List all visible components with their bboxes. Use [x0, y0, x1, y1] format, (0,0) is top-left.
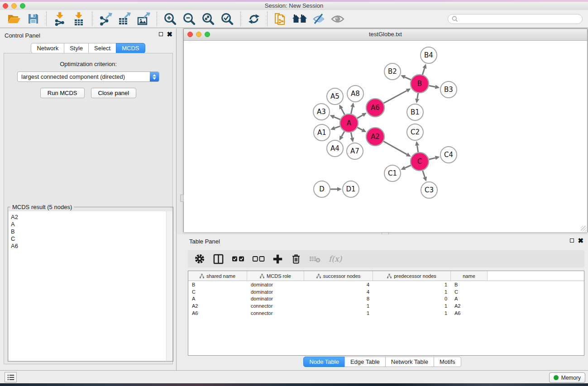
table-cell[interactable]: A2: [188, 303, 247, 309]
table-row[interactable]: Bdominator41B: [188, 281, 584, 288]
show-graphics-details-icon[interactable]: [328, 11, 347, 27]
table-cell[interactable]: 1: [373, 303, 451, 309]
graph-edge-A-A8[interactable]: [351, 107, 352, 114]
close-panel-button[interactable]: Close panel: [91, 88, 137, 98]
scrollbar[interactable]: [166, 211, 172, 361]
table-cell[interactable]: connector: [247, 303, 304, 309]
export-image-icon[interactable]: [134, 11, 153, 27]
graph-edge-C-C2[interactable]: [417, 146, 418, 152]
tab-network-table[interactable]: Network Table: [385, 357, 434, 367]
unselect-all-columns-icon[interactable]: [252, 256, 265, 262]
table-row[interactable]: Cdominator41C: [188, 288, 584, 295]
first-neighbors-icon[interactable]: [290, 11, 309, 27]
float-panel-icon[interactable]: [159, 32, 163, 36]
column-header-successor-nodes[interactable]: successor nodes: [304, 271, 373, 281]
tab-select[interactable]: Select: [88, 43, 116, 53]
table-settings-icon[interactable]: [194, 253, 205, 264]
mcds-result-list[interactable]: A2ABCA6: [9, 211, 172, 361]
table-cell[interactable]: A6: [188, 310, 247, 316]
table-cell[interactable]: 1: [304, 303, 373, 309]
table-cell[interactable]: 1: [373, 282, 451, 287]
network-window-titlebar[interactable]: testGlobe.txt: [184, 29, 587, 41]
network-canvas[interactable]: B4B2BB3A8A5A6A3B1AC2A1A2A4A7C4CC1C3DD1: [184, 41, 587, 232]
zoom-in-icon[interactable]: [161, 11, 180, 27]
float-table-panel-icon[interactable]: [570, 238, 574, 243]
table-cell[interactable]: C: [451, 289, 488, 295]
close-table-panel-icon[interactable]: ✖: [578, 238, 583, 243]
graph-edge-A2-C[interactable]: [383, 141, 407, 154]
column-header-name[interactable]: name: [451, 271, 488, 281]
tab-motifs[interactable]: Motifs: [434, 357, 461, 367]
mcds-result-item[interactable]: B: [9, 228, 172, 235]
function-builder-icon[interactable]: f(x): [329, 254, 342, 263]
table-cell[interactable]: A: [188, 296, 247, 301]
graph-edge-A-A2[interactable]: [358, 128, 363, 130]
mcds-result-item[interactable]: A2: [9, 214, 172, 221]
run-mcds-button[interactable]: Run MCDS: [40, 88, 85, 98]
task-history-button[interactable]: [5, 372, 17, 382]
zoom-fit-icon[interactable]: [199, 11, 218, 27]
show-columns-icon[interactable]: [213, 253, 224, 265]
tab-network[interactable]: Network: [31, 43, 64, 53]
zoom-selected-icon[interactable]: [218, 11, 237, 27]
select-all-columns-icon[interactable]: [232, 256, 244, 262]
mcds-result-item[interactable]: C: [9, 235, 172, 243]
zoom-out-icon[interactable]: [180, 11, 199, 27]
column-header-shared-name[interactable]: shared name: [188, 271, 247, 281]
graph-edge-A-A1[interactable]: [335, 126, 340, 128]
table-cell[interactable]: 1: [373, 310, 451, 316]
table-cell[interactable]: 8: [304, 296, 373, 301]
window-resize-grip[interactable]: [581, 226, 587, 232]
table-cell[interactable]: connector: [247, 310, 304, 316]
column-header-MCDS-role[interactable]: MCDS role: [247, 271, 304, 281]
graph-edge-C-C3[interactable]: [423, 171, 425, 177]
create-column-icon[interactable]: [272, 254, 283, 264]
table-cell[interactable]: dominator: [247, 296, 304, 301]
table-cell[interactable]: A: [451, 296, 488, 301]
table-cell[interactable]: A2: [451, 303, 488, 309]
hide-selection-icon[interactable]: [309, 11, 328, 27]
search-input[interactable]: [460, 15, 578, 23]
table-cell[interactable]: 4: [304, 282, 373, 287]
import-network-icon[interactable]: [50, 11, 69, 27]
network-from-document-icon[interactable]: [271, 11, 290, 27]
table-cell[interactable]: C: [188, 289, 247, 295]
apply-layout-icon[interactable]: [244, 11, 263, 27]
graph-edge-A-A7[interactable]: [351, 133, 352, 138]
table-cell[interactable]: A6: [451, 310, 488, 316]
graph-edge-B-B1[interactable]: [417, 93, 418, 99]
table-cell[interactable]: 4: [304, 289, 373, 295]
delete-table-icon[interactable]: [309, 254, 321, 263]
table-cell[interactable]: dominator: [247, 282, 304, 287]
open-session-icon[interactable]: [5, 11, 24, 27]
graph-edge-B-B2[interactable]: [405, 77, 411, 80]
graph-edge-A-A5[interactable]: [341, 109, 344, 115]
tab-edge-table[interactable]: Edge Table: [344, 357, 386, 367]
table-cell[interactable]: B: [188, 282, 247, 287]
table-cell[interactable]: 1: [373, 289, 451, 295]
search-field[interactable]: [448, 14, 583, 24]
table-cell[interactable]: 0: [373, 296, 451, 301]
table-row[interactable]: A6connector11A6: [188, 310, 584, 317]
import-table-icon[interactable]: [69, 11, 88, 27]
table-cell[interactable]: 1: [304, 310, 373, 316]
graph-edge-C-C4[interactable]: [429, 158, 435, 159]
table-row[interactable]: A2connector11A2: [188, 302, 584, 310]
mcds-result-item[interactable]: A: [9, 221, 172, 228]
graph-edge-A6-B[interactable]: [383, 91, 406, 103]
export-network-icon[interactable]: [96, 11, 115, 27]
graph-edge-A-A3[interactable]: [334, 117, 340, 119]
mcds-result-item[interactable]: A6: [9, 243, 172, 250]
tab-mcds[interactable]: MCDS: [116, 43, 145, 53]
tab-style[interactable]: Style: [64, 43, 89, 53]
optimization-criterion-select[interactable]: largest connected component (directed): [17, 71, 159, 82]
graph-edge-A-A6[interactable]: [357, 115, 363, 118]
graph-edge-B-B3[interactable]: [429, 86, 435, 87]
delete-columns-icon[interactable]: [291, 253, 301, 265]
memory-button[interactable]: Memory: [549, 372, 585, 383]
graph-edge-B-B4[interactable]: [422, 68, 425, 75]
column-header-predecessor-nodes[interactable]: predecessor nodes: [373, 271, 451, 281]
table-row[interactable]: Adominator80A: [188, 295, 584, 302]
table-cell[interactable]: dominator: [247, 289, 304, 295]
close-panel-icon[interactable]: ✖: [167, 32, 172, 37]
